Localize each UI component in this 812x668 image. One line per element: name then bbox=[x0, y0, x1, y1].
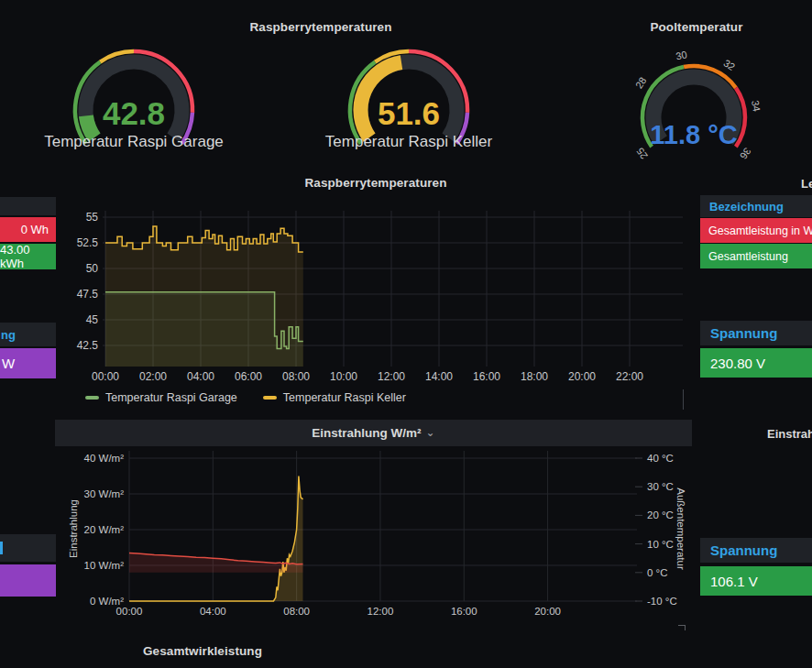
right-tick-label: 30 °C bbox=[647, 481, 674, 492]
x-tick-label: 12:00 bbox=[378, 370, 405, 383]
legend-label-garage: Temperatur Raspi Garage bbox=[105, 391, 237, 404]
y-tick-label: 45 bbox=[86, 313, 99, 326]
legend-label-keller: Temperatur Raspi Keller bbox=[283, 391, 406, 404]
panel-title-raspberrytemperaturen-gauges[interactable]: Raspberrytemperaturen bbox=[55, 20, 587, 34]
gauge-tick-28: 28 bbox=[633, 75, 649, 91]
series-line-0 bbox=[129, 476, 303, 602]
panel-resize-corner[interactable] bbox=[678, 625, 686, 630]
left-table-energy-header bbox=[0, 197, 56, 215]
left-table-cell-kwh: 43.00 kWh bbox=[0, 244, 56, 269]
chevron-down-icon: ⌄ bbox=[426, 426, 435, 439]
x-tick-label: 22:00 bbox=[616, 370, 643, 383]
left-bottom-table-header bbox=[0, 534, 56, 562]
left-bottom-header-text-fragment bbox=[0, 542, 3, 554]
left-table-power-header: ng bbox=[0, 323, 56, 346]
gauge-value-raspi-garage: 42.8 bbox=[60, 95, 207, 132]
series-fill-1 bbox=[105, 226, 303, 367]
right-tick-label: 10 °C bbox=[647, 539, 674, 550]
right-tick-label: 20 °C bbox=[647, 509, 674, 520]
x-tick-label: 14:00 bbox=[425, 370, 453, 383]
x-tick-label: 00:00 bbox=[116, 606, 143, 617]
left-tick-label: 40 W/m² bbox=[84, 453, 125, 464]
einstrahlung-chart: 0 W/m²10 W/m²20 W/m²30 W/m²40 W/m²40 °C3… bbox=[55, 446, 692, 630]
x-tick-label: 16:00 bbox=[451, 606, 477, 617]
left-tick-label: 10 W/m² bbox=[84, 560, 125, 571]
x-tick-label: 08:00 bbox=[283, 606, 310, 617]
y-tick-label: 47.5 bbox=[77, 288, 99, 301]
chart1-legend: Temperatur Raspi Garage Temperatur Raspi… bbox=[85, 391, 406, 404]
legend-dash-keller bbox=[263, 396, 277, 400]
y-tick-label: 52.5 bbox=[77, 236, 99, 249]
left-bottom-table-cell bbox=[0, 564, 56, 597]
right-tick-label: 0 °C bbox=[647, 567, 668, 578]
x-tick-label: 20:00 bbox=[534, 606, 561, 617]
right-axis-title: Außentemperatur bbox=[675, 487, 686, 570]
left-axis-title: Einstrahlung bbox=[68, 499, 79, 558]
spannung1-table-header[interactable]: Spannung bbox=[700, 321, 812, 345]
x-tick-label: 12:00 bbox=[368, 606, 394, 617]
x-tick-label: 02:00 bbox=[139, 370, 167, 383]
left-table-power-header-fragment: ng bbox=[1, 328, 16, 342]
left-table-cell-watt: W bbox=[0, 348, 56, 378]
panel-resize-handle[interactable] bbox=[683, 389, 684, 410]
gauge-tick-34: 34 bbox=[750, 99, 763, 112]
left-tick-label: 30 W/m² bbox=[84, 488, 125, 499]
einstrahlung-right-title-fragment[interactable]: Einstrahl bbox=[767, 427, 812, 441]
series-fill-0 bbox=[129, 476, 303, 602]
x-tick-label: 16:00 bbox=[473, 370, 500, 383]
gauge-tick-32: 32 bbox=[721, 57, 737, 72]
legend-item-keller[interactable]: Temperatur Raspi Keller bbox=[263, 391, 406, 404]
panel-title-pooltemperatur[interactable]: Pooltemperatur bbox=[587, 20, 807, 34]
y-tick-label: 55 bbox=[86, 211, 99, 224]
x-tick-label: 04:00 bbox=[187, 370, 214, 383]
x-tick-label: 18:00 bbox=[521, 370, 548, 383]
right-tick-label: -10 °C bbox=[647, 596, 677, 607]
x-tick-label: 08:00 bbox=[282, 370, 310, 383]
x-tick-label: 20:00 bbox=[568, 370, 596, 383]
x-tick-label: 00:00 bbox=[92, 370, 119, 383]
y-tick-label: 50 bbox=[86, 262, 99, 275]
gauge-value-raspi-keller: 51.6 bbox=[335, 95, 482, 132]
spannung1-header-label: Spannung bbox=[710, 325, 777, 341]
gauge-label-raspi-garage: Temperatur Raspi Garage bbox=[24, 133, 244, 151]
einstrahlung-panel-header[interactable]: Einstrahlung W/m² ⌄ bbox=[55, 420, 692, 446]
spannung2-header-label: Spannung bbox=[710, 542, 777, 558]
left-tick-label: 20 W/m² bbox=[84, 524, 125, 535]
panel-title-gesamtwirkleistung[interactable]: Gesamtwirkleistung bbox=[55, 644, 350, 658]
legend-item-garage[interactable]: Temperatur Raspi Garage bbox=[85, 391, 237, 404]
x-tick-label: 04:00 bbox=[200, 606, 226, 617]
x-tick-label: 06:00 bbox=[235, 370, 262, 383]
gauge-tick-30: 30 bbox=[675, 51, 687, 61]
gauge-label-raspi-keller: Temperatur Raspi Keller bbox=[299, 133, 519, 151]
cell-gesamtleistung: Gesamtleistung bbox=[700, 244, 812, 268]
gauge-value-pool: 11.8 °C bbox=[620, 120, 767, 150]
einstrahlung-panel-title: Einstrahlung W/m² bbox=[312, 426, 421, 440]
right-panel-title-fragment[interactable]: Le bbox=[801, 177, 812, 191]
spannung2-table-header[interactable]: Spannung bbox=[700, 538, 812, 563]
y-tick-label: 42.5 bbox=[77, 339, 99, 352]
cell-230v: 230.80 V bbox=[700, 348, 812, 378]
bezeichnung-header-label: Bezeichnung bbox=[709, 200, 784, 214]
legend-dash-garage bbox=[85, 396, 99, 400]
cell-gesamtleistung-in-wh: Gesamtleistung in Wh bbox=[700, 218, 812, 243]
left-table-cell-0wh: 0 Wh bbox=[0, 217, 56, 242]
cell-106v: 106.1 V bbox=[700, 566, 812, 596]
right-tick-label: 40 °C bbox=[647, 453, 674, 464]
raspberry-timeseries-chart: 5552.55047.54542.500:0002:0004:0006:0008… bbox=[55, 170, 692, 410]
x-tick-label: 10:00 bbox=[330, 370, 357, 383]
grafana-dashboard: Raspberrytemperaturen Pooltemperatur 252… bbox=[0, 0, 812, 668]
bezeichnung-table-header[interactable]: Bezeichnung bbox=[700, 195, 812, 217]
